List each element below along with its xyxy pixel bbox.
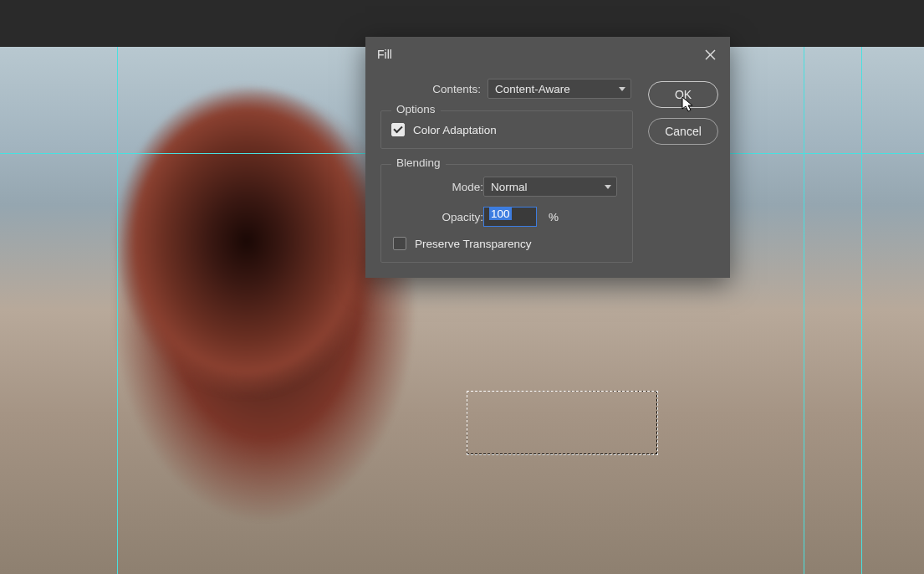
mode-value: Normal [491,181,528,193]
guide-vertical[interactable] [117,47,118,574]
opacity-input[interactable]: 100 [483,207,537,227]
mode-select[interactable]: Normal [483,177,617,197]
guide-vertical[interactable] [861,47,862,574]
guide-vertical[interactable] [804,47,804,574]
fill-dialog: Fill Contents: Content-Aware Options [365,37,730,278]
cancel-button[interactable]: Cancel [648,118,718,145]
color-adaptation-row: Color Adaptation [391,123,622,136]
blending-grid: Mode: Normal Opacity: 100 % [391,177,622,227]
options-fieldset: Options Color Adaptation [380,110,633,149]
mode-label: Mode: [391,181,483,193]
opacity-value: 100 [489,208,512,220]
dialog-title: Fill [377,48,392,61]
cancel-label: Cancel [665,125,702,138]
contents-select[interactable]: Content-Aware [488,79,631,99]
blending-legend: Blending [391,156,446,169]
blending-fieldset: Blending Mode: Normal Opacity: 100 % [380,164,633,263]
marquee-selection[interactable] [467,391,657,454]
contents-row: Contents: Content-Aware [380,79,631,99]
ok-button[interactable]: OK [648,81,718,108]
dialog-body: Contents: Content-Aware Options Color Ad… [365,72,730,278]
close-button[interactable] [702,46,718,63]
color-adaptation-checkbox[interactable] [391,123,405,136]
opacity-label: Opacity: [391,211,483,223]
preserve-transparency-label: Preserve Transparency [415,238,532,250]
options-legend: Options [391,103,441,115]
contents-label: Contents: [432,83,481,95]
opacity-wrap: 100 % [483,207,622,227]
contents-value: Content-Aware [495,83,570,95]
dialog-buttons: OK Cancel [648,79,718,263]
close-icon [705,49,716,60]
dialog-titlebar[interactable]: Fill [365,37,730,72]
preserve-transparency-checkbox[interactable] [393,237,406,250]
opacity-suffix: % [549,211,559,223]
color-adaptation-label: Color Adaptation [413,124,497,136]
dialog-controls: Contents: Content-Aware Options Color Ad… [380,79,633,263]
workspace: Fill Contents: Content-Aware Options [0,0,924,574]
preserve-transparency-row: Preserve Transparency [393,237,622,250]
ok-label: OK [675,88,692,101]
